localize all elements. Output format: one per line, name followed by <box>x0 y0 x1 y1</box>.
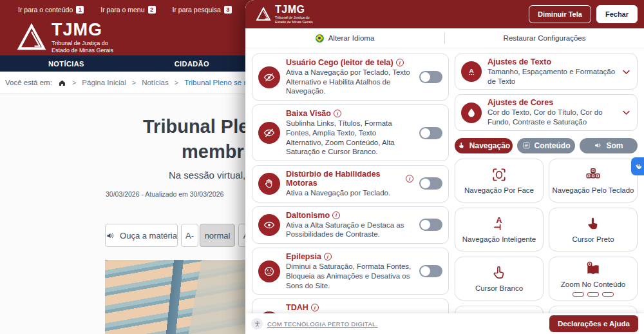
toggle-epilepsia[interactable] <box>419 265 442 277</box>
info-icon[interactable] <box>324 253 332 260</box>
breadcrumb-item-home[interactable]: Página Inicial <box>82 79 126 86</box>
panel-logo-name: TJMG <box>275 5 313 15</box>
tjmg-triangle-icon <box>17 23 46 52</box>
skip-link-badge: 3 <box>224 6 232 14</box>
profile-description: Diminui a Saturação, Formata Fontes, Blo… <box>286 262 413 290</box>
info-icon[interactable] <box>396 59 404 66</box>
breadcrumb-prefix: Você está em: <box>5 79 52 86</box>
panel-content: Usuário Cego (leitor de tela) Ativa a Na… <box>245 48 644 334</box>
white-cursor-icon <box>491 264 507 281</box>
color-drop-icon <box>461 103 482 123</box>
skip-link-badge: 2 <box>148 6 156 14</box>
card-label: Navegação Pelo Teclado <box>552 186 634 194</box>
panel-toolbar: Alterar Idioma Restaurar Configurações <box>245 28 644 48</box>
tjmg-triangle-icon <box>256 6 271 22</box>
card-zoom-no-conteudo[interactable]: Zoom No Conteúdo <box>549 257 638 300</box>
info-icon[interactable] <box>311 304 319 311</box>
font-decrease-button[interactable]: A- <box>181 224 198 247</box>
card-navegacao-inteligente[interactable]: Navegação Inteligente <box>455 208 544 251</box>
home-icon[interactable] <box>58 79 66 87</box>
card-label: Navegação Inteligente <box>462 235 536 243</box>
chevron-down-icon <box>621 108 631 117</box>
site-logo-name: TJMG <box>52 21 113 39</box>
tab-navegacao[interactable]: Navegação <box>455 138 513 153</box>
minimize-panel-button[interactable]: Diminuir Tela <box>529 5 591 23</box>
info-icon[interactable] <box>332 211 340 219</box>
zoom-book-icon <box>585 260 601 277</box>
profiles-column: Usuário Cego (leitor de tela) Ativa a Na… <box>252 54 449 329</box>
adjust-description: Tamanho, Espaçamento e Formatação de Tex… <box>488 67 616 86</box>
settings-tabs: Navegação Conteúdo Som <box>455 138 638 153</box>
tab-som[interactable]: Som <box>580 138 638 153</box>
panel-footer: COM TECNOLOGIA PERTO DIGITAL. Declaraçõe… <box>245 313 644 334</box>
eye-slash-icon <box>258 66 280 88</box>
restore-settings-button[interactable]: Restaurar Configurações <box>445 28 644 48</box>
profile-usuario-cego: Usuário Cego (leitor de tela) Ativa a Na… <box>252 54 449 101</box>
declarations-help-button[interactable]: Declarações e Ajuda <box>549 315 638 332</box>
card-navegacao-por-face[interactable]: Navegação Por Face <box>455 159 544 202</box>
eye-icon <box>258 214 280 236</box>
content-icon <box>522 141 531 150</box>
info-icon[interactable] <box>406 175 413 182</box>
zoom-level-pills[interactable] <box>573 292 614 297</box>
smart-navigation-icon <box>491 215 507 232</box>
sign-language-hands-icon <box>634 162 643 171</box>
info-icon[interactable] <box>334 110 341 117</box>
profile-description: Ativa a Alta Saturação e Destaca as Poss… <box>286 221 413 239</box>
face-scan-icon <box>491 166 507 183</box>
card-cursor-preto[interactable]: Cursor Preto <box>549 208 638 251</box>
black-cursor-icon <box>585 215 601 232</box>
profile-baixa-visao: Baixa Visão Sublinha Links, Títulos, For… <box>252 104 449 161</box>
text-size-icon <box>461 61 482 82</box>
profile-description: Ativa a Navegação por Teclado, Texto Alt… <box>286 68 413 96</box>
adjust-title: Ajustes de Texto <box>488 57 616 66</box>
card-cursor-branco[interactable]: Cursor Branco <box>455 257 544 300</box>
color-adjustments-expander[interactable]: Ajustes de Cores Cor do Texto, Cor do Tí… <box>455 94 638 130</box>
article-title-line2: membr <box>182 141 244 162</box>
listen-article-button[interactable]: Ouça a matéria <box>105 224 178 247</box>
site-logo-subtitle: Tribunal de Justiça do Estado de Minas G… <box>52 40 113 54</box>
close-panel-button[interactable]: Fechar <box>596 5 638 23</box>
card-navegacao-pelo-teclado[interactable]: Navegação Pelo Teclado <box>549 159 638 202</box>
pointer-icon <box>457 141 466 150</box>
vlibras-widget-button[interactable] <box>631 157 644 175</box>
font-normal-button[interactable]: normal <box>200 224 235 247</box>
nav-item-noticias[interactable]: NOTÍCIAS <box>48 60 84 68</box>
keypad-icon <box>585 166 601 183</box>
low-vision-eye-icon <box>258 122 280 144</box>
profile-title: Daltonismo <box>286 211 330 220</box>
card-label: Cursor Branco <box>475 284 523 292</box>
change-language-button[interactable]: Alterar Idioma <box>245 28 444 48</box>
toggle-disturbio-motor[interactable] <box>419 177 442 190</box>
skip-link-menu[interactable]: Ir para o menu2 <box>100 6 155 14</box>
adjust-title: Ajustes de Cores <box>488 98 616 107</box>
profile-title: Distúrbio de Habilidades Motoras <box>286 170 403 188</box>
skip-link-search[interactable]: Ir para pesquisa3 <box>173 6 232 14</box>
text-adjustments-expander[interactable]: Ajustes de Texto Tamanho, Espaçamento e … <box>455 54 638 90</box>
breadcrumb-item-noticias[interactable]: Notícias <box>142 79 169 86</box>
profile-title: TDAH <box>286 303 308 312</box>
hand-icon <box>258 173 280 195</box>
panel-logo-subtitle: Tribunal de Justiça do Estado de Minas G… <box>275 15 313 24</box>
tab-conteudo[interactable]: Conteúdo <box>517 138 575 153</box>
profile-description: Ativa a Navegação por Teclado. <box>286 188 413 198</box>
site-logo[interactable]: TJMG Tribunal de Justiça do Estado de Mi… <box>17 21 113 54</box>
powered-by-link[interactable]: COM TECNOLOGIA PERTO DIGITAL. <box>251 318 378 329</box>
card-label: Cursor Preto <box>572 235 614 243</box>
article-date: 30/03/2026 - Atualizado em 30/03/2026 <box>106 190 223 198</box>
skip-link-label: Ir para pesquisa <box>173 6 221 14</box>
profile-epilepsia: Epilepsia Diminui a Saturação, Formata F… <box>252 248 449 295</box>
change-language-label: Alterar Idioma <box>328 34 375 42</box>
nav-item-cidadao[interactable]: CIDADÃO <box>175 60 209 68</box>
skip-link-content[interactable]: Ir para o conteúdo1 <box>18 6 84 14</box>
skip-link-label: Ir para o menu <box>100 6 144 14</box>
skip-link-label: Ir para o conteúdo <box>18 6 73 14</box>
toggle-baixa-visao[interactable] <box>419 127 442 139</box>
toggle-usuario-cego[interactable] <box>419 71 442 83</box>
profile-title: Baixa Visão <box>286 109 331 118</box>
profile-title: Epilepsia <box>286 252 321 261</box>
card-label: Navegação Por Face <box>464 186 534 194</box>
speaker-icon <box>594 141 602 150</box>
dizzy-face-icon <box>258 260 280 282</box>
toggle-daltonismo[interactable] <box>419 219 442 231</box>
